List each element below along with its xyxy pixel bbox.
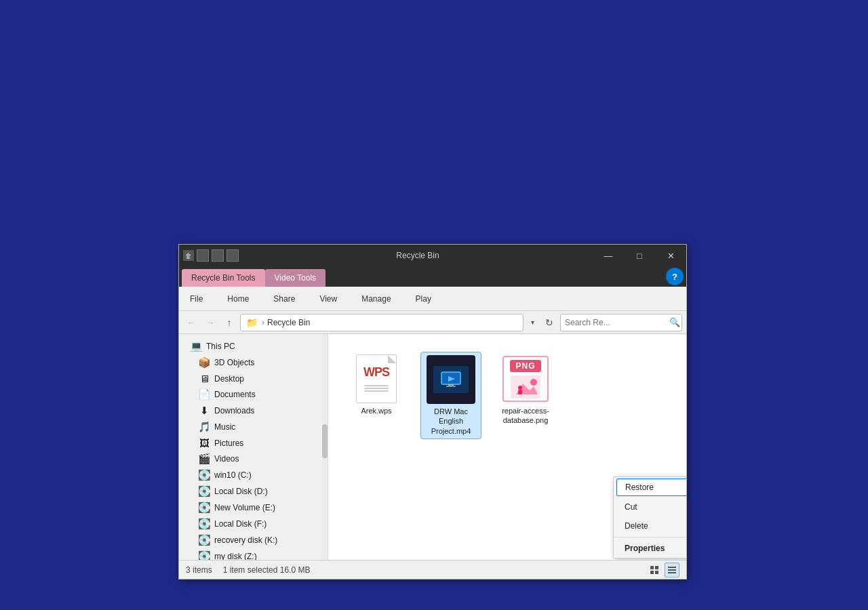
- help-button[interactable]: ?: [666, 268, 684, 285]
- svg-rect-11: [650, 571, 654, 574]
- music-icon: 🎵: [198, 421, 210, 433]
- ribbon-file[interactable]: File: [184, 291, 208, 306]
- status-bar-left: 3 items 1 item selected 16.0 MB: [186, 565, 647, 575]
- local-disk-f-icon: 💽: [198, 518, 210, 530]
- back-button[interactable]: ←: [183, 314, 199, 331]
- path-folder-icon: 📁: [246, 317, 258, 328]
- context-menu-delete[interactable]: Delete: [614, 516, 686, 535]
- up-button[interactable]: ↑: [221, 314, 237, 331]
- search-input[interactable]: [565, 318, 667, 327]
- local-disk-d-icon: 💽: [198, 485, 210, 497]
- dropdown-button[interactable]: ▾: [526, 314, 538, 331]
- sidebar-item-win10-c[interactable]: 💽 win10 (C:): [179, 467, 328, 483]
- documents-icon: 📄: [198, 388, 210, 401]
- context-menu-divider: [614, 537, 686, 537]
- desktop-icon: 🖥: [198, 373, 210, 384]
- wps-file-name: Arek.wps: [361, 406, 391, 415]
- png-preview-svg: [511, 375, 540, 399]
- sidebar-item-my-disk-z[interactable]: 💽 my disk (Z:): [179, 548, 328, 560]
- sidebar-scrollbar-thumb[interactable]: [322, 424, 328, 458]
- sidebar: 💻 This PC 📦 3D Objects 🖥 Desktop 📄 Docum…: [179, 334, 328, 560]
- search-box: 🔍: [560, 314, 682, 331]
- png-file-name: repair-access-database.png: [498, 406, 553, 426]
- context-menu-cut[interactable]: Cut: [614, 497, 686, 516]
- ribbon-tabs: Recycle Bin Tools Video Tools ?: [179, 266, 686, 287]
- sidebar-item-music[interactable]: 🎵 Music: [179, 419, 328, 435]
- path-separator: ›: [262, 318, 264, 327]
- wps-icon: WPS: [356, 354, 397, 403]
- status-bar: 3 items 1 item selected 16.0 MB: [179, 560, 686, 579]
- sidebar-item-downloads[interactable]: ⬇ Downloads: [179, 403, 328, 419]
- svg-rect-8: [518, 390, 522, 394]
- png-icon-wrapper: PNG: [501, 354, 550, 403]
- mp4-icon: [427, 355, 475, 404]
- sidebar-scrollbar-track: [322, 334, 328, 560]
- svg-point-7: [518, 386, 522, 390]
- this-pc-icon: 💻: [190, 340, 202, 352]
- main-area: 💻 This PC 📦 3D Objects 🖥 Desktop 📄 Docum…: [179, 334, 686, 560]
- item-count: 3 items: [186, 565, 212, 575]
- window-title: Recycle Bin: [243, 251, 593, 260]
- status-bar-right: [647, 563, 679, 577]
- quick-btn-3[interactable]: [226, 249, 239, 262]
- sidebar-item-this-pc[interactable]: 💻 This PC: [179, 338, 328, 354]
- file-area: WPS Arek.wps: [328, 334, 686, 560]
- my-disk-z-icon: 💽: [198, 550, 210, 560]
- png-icon: PNG: [501, 354, 550, 403]
- svg-rect-14: [668, 569, 676, 571]
- file-item-arek-wps[interactable]: WPS Arek.wps: [346, 352, 407, 418]
- minimize-button[interactable]: —: [593, 245, 624, 266]
- maximize-button[interactable]: □: [624, 245, 655, 266]
- mp4-file-name: DRW Mac English Project.mp4: [424, 407, 478, 436]
- ribbon-home[interactable]: Home: [222, 291, 254, 306]
- selected-info: 1 item selected 16.0 MB: [223, 565, 311, 575]
- file-item-drw-mac-video[interactable]: DRW Mac English Project.mp4: [420, 352, 481, 439]
- ribbon-view[interactable]: View: [314, 291, 342, 306]
- forward-button[interactable]: →: [202, 314, 218, 331]
- ribbon-share[interactable]: Share: [268, 291, 300, 306]
- quick-btn-2[interactable]: [212, 249, 224, 262]
- new-volume-e-icon: 💽: [198, 502, 210, 514]
- monitor-svg: [440, 371, 462, 388]
- list-view-button[interactable]: [665, 563, 679, 577]
- title-controls: — □ ✕: [593, 245, 686, 266]
- sidebar-item-desktop[interactable]: 🖥 Desktop: [179, 371, 328, 386]
- sidebar-item-pictures[interactable]: 🖼 Pictures: [179, 435, 328, 451]
- quick-btn-1[interactable]: [197, 249, 209, 262]
- address-path[interactable]: 📁 › Recycle Bin: [240, 314, 524, 331]
- svg-rect-1: [448, 384, 454, 386]
- tab-recycle-bin-tools[interactable]: Recycle Bin Tools: [182, 269, 265, 287]
- search-icon[interactable]: 🔍: [669, 317, 680, 327]
- recovery-disk-k-icon: 💽: [198, 534, 210, 546]
- sidebar-item-3d-objects[interactable]: 📦 3D Objects: [179, 354, 328, 371]
- tab-video-tools[interactable]: Video Tools: [265, 269, 326, 287]
- context-menu-properties[interactable]: Properties: [614, 539, 686, 558]
- refresh-button[interactable]: ↻: [541, 314, 557, 331]
- grid-view-button[interactable]: [647, 563, 662, 577]
- close-button[interactable]: ✕: [655, 245, 686, 266]
- sidebar-item-videos[interactable]: 🎬 Videos: [179, 451, 328, 467]
- context-menu-restore[interactable]: Restore: [616, 479, 686, 496]
- path-text: Recycle Bin: [267, 318, 310, 327]
- title-bar: 🗑 Recycle Bin — □ ✕: [179, 245, 686, 266]
- svg-rect-10: [655, 566, 658, 569]
- ribbon-manage[interactable]: Manage: [356, 291, 396, 306]
- mp4-icon-wrapper: [427, 355, 475, 404]
- file-item-repair-png[interactable]: PNG: [495, 352, 556, 428]
- list-view-icon: [667, 565, 677, 575]
- sidebar-item-new-volume-e[interactable]: 💽 New Volume (E:): [179, 500, 328, 516]
- svg-rect-15: [668, 572, 676, 573]
- svg-rect-12: [655, 571, 658, 574]
- videos-icon: 🎬: [198, 453, 210, 465]
- ribbon-content: File Home Share View Manage Play: [179, 287, 686, 311]
- sidebar-item-local-disk-d[interactable]: 💽 Local Disk (D:): [179, 483, 328, 500]
- svg-rect-13: [668, 567, 676, 568]
- ribbon-play[interactable]: Play: [410, 291, 437, 306]
- svg-rect-9: [650, 566, 654, 569]
- sidebar-item-local-disk-f[interactable]: 💽 Local Disk (F:): [179, 516, 328, 532]
- sidebar-item-recovery-disk-k[interactable]: 💽 recovery disk (K:): [179, 532, 328, 548]
- window-icon: 🗑: [183, 250, 194, 261]
- sidebar-item-documents[interactable]: 📄 Documents: [179, 386, 328, 403]
- svg-point-6: [530, 379, 537, 386]
- address-bar: ← → ↑ 📁 › Recycle Bin ▾ ↻ 🔍: [179, 311, 686, 334]
